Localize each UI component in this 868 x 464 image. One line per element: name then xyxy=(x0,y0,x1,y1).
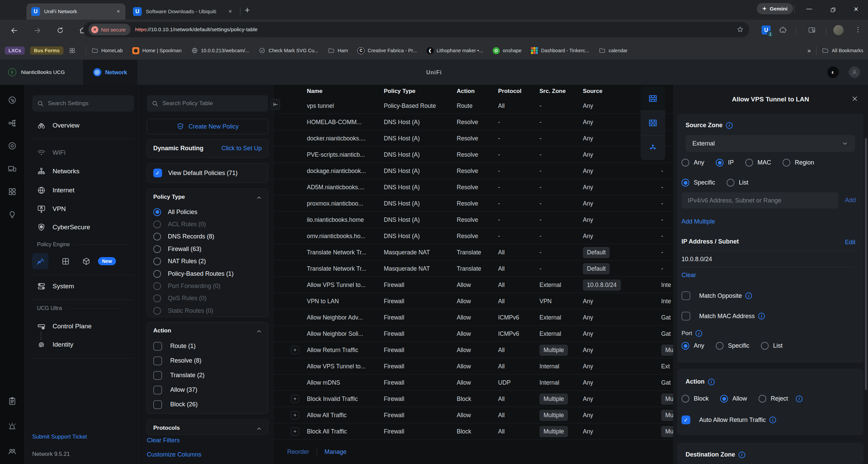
radio-option-reject[interactable]: Rejecti xyxy=(758,395,803,403)
radio-button[interactable] xyxy=(153,307,161,315)
match-opposite-row[interactable]: Match Oppositei xyxy=(682,291,752,300)
org-selector[interactable]: NianticBooks UCG xyxy=(8,60,65,85)
radio-button[interactable] xyxy=(153,208,161,216)
checkbox[interactable] xyxy=(153,400,162,409)
browser-menu-icon[interactable]: ⋮ xyxy=(855,25,861,33)
action-filter-option[interactable]: Route (1) xyxy=(147,339,268,353)
policy-type-option[interactable]: DNS Records (8) xyxy=(147,231,268,243)
radio-button[interactable] xyxy=(153,245,161,253)
expand-row-button[interactable]: + xyxy=(291,346,299,354)
theme-toggle-icon[interactable]: ◐ xyxy=(827,66,839,78)
policy-engine-wand-tab[interactable] xyxy=(32,253,48,269)
radio-button[interactable] xyxy=(682,395,689,403)
bookmark-item[interactable]: CCreative Fabrica - Pr... xyxy=(357,47,417,54)
bookmark-item[interactable]: onshape xyxy=(493,47,522,54)
radio-button[interactable] xyxy=(682,159,689,167)
source-zone-dropdown[interactable]: External xyxy=(686,135,855,152)
bookmark-item[interactable]: Dashboard - Tinkerc... xyxy=(531,47,589,54)
auto-allow-checkbox[interactable]: ✓ xyxy=(682,415,690,424)
radio-button[interactable] xyxy=(153,233,161,240)
column-header[interactable]: Policy Type xyxy=(384,88,457,95)
forward-button[interactable] xyxy=(33,26,41,35)
rail-logs-icon[interactable] xyxy=(8,397,17,406)
checkbox[interactable] xyxy=(153,371,162,380)
radio-button[interactable] xyxy=(682,342,689,350)
rail-portal-icon[interactable] xyxy=(8,187,17,196)
close-icon[interactable] xyxy=(851,95,859,102)
match-opposite-checkbox[interactable] xyxy=(682,291,690,300)
sidebar-item-vpn[interactable]: VPN xyxy=(37,205,66,213)
view-toggle-routes-3[interactable] xyxy=(640,136,665,160)
sidebar-item-identity[interactable]: Identity xyxy=(37,340,73,349)
policy-type-option[interactable]: Policy-Based Routes (1) xyxy=(147,268,268,280)
manage-link[interactable]: Manage xyxy=(324,448,347,456)
bookmark-item[interactable]: calendar xyxy=(599,47,628,54)
all-bookmarks-button[interactable]: All Bookmarks xyxy=(822,47,863,54)
radio-option-any[interactable]: Any xyxy=(682,342,704,350)
radio-button[interactable] xyxy=(745,159,753,167)
bookmark-item[interactable]: 10.0.0.213/webcam/... xyxy=(191,47,250,54)
tab-close-icon[interactable]: × xyxy=(228,8,233,15)
rail-alerts-icon[interactable] xyxy=(8,422,17,431)
match-mac-checkbox[interactable] xyxy=(682,312,690,321)
rail-settings-icon[interactable] xyxy=(8,373,17,382)
sidebar-item-control-plane[interactable]: Control Plane xyxy=(37,322,92,331)
bookmark-item[interactable]: ❰Lithophane maker •... xyxy=(427,47,483,54)
action-filter-option[interactable]: Resolve (8) xyxy=(147,353,268,368)
radio-button[interactable] xyxy=(682,179,689,187)
sidebar-item-overview[interactable]: Overview xyxy=(37,121,79,130)
checkbox[interactable] xyxy=(153,386,162,394)
action-filter-option[interactable]: Translate (2) xyxy=(147,368,268,383)
submit-support-ticket-link[interactable]: Submit Support Ticket xyxy=(32,433,87,440)
view-toggle-firewall-2[interactable] xyxy=(640,111,665,135)
info-icon[interactable]: i xyxy=(726,122,733,129)
bookmark-item[interactable]: LXCs xyxy=(5,46,25,55)
not-secure-chip[interactable]: × Not secure xyxy=(88,24,131,35)
chevron-up-icon[interactable] xyxy=(256,194,262,201)
rail-insights-icon[interactable] xyxy=(8,210,17,219)
expand-row-button[interactable]: + xyxy=(291,395,299,403)
address-bar[interactable]: × Not secure https://10.0.10.1/network/d… xyxy=(83,22,749,37)
column-header[interactable]: Src. Zone xyxy=(539,88,583,95)
radio-button[interactable] xyxy=(783,159,790,167)
rail-dashboard-icon[interactable] xyxy=(8,96,17,105)
radio-button[interactable] xyxy=(758,395,766,403)
bookmark-item[interactable]: HomeLab xyxy=(92,47,123,54)
column-header[interactable]: Action xyxy=(457,88,498,95)
radio-option-specific[interactable]: Specific xyxy=(716,342,749,350)
sidebar-item-internet[interactable]: Internet xyxy=(37,186,74,195)
dynamic-routing-setup-link[interactable]: Click to Set Up xyxy=(221,145,262,152)
gemini-button[interactable]: ✦Gemini xyxy=(757,3,793,14)
info-icon[interactable]: i xyxy=(769,417,776,423)
column-header[interactable]: Protocol xyxy=(498,88,539,95)
info-icon[interactable]: i xyxy=(758,313,765,320)
expand-row-button[interactable]: + xyxy=(291,427,299,436)
match-mac-row[interactable]: Match MAC Addressi xyxy=(682,312,765,321)
policy-engine-grid-tab[interactable] xyxy=(61,257,70,266)
detail-panel-scrollbar[interactable] xyxy=(865,138,867,390)
create-new-policy-button[interactable]: Create New Policy xyxy=(147,119,268,134)
policy-type-option[interactable]: Port Forwarding (0) xyxy=(147,280,268,292)
bookmark-item[interactable]: Ham xyxy=(328,47,348,54)
ip-address-input[interactable]: IPv4/v6 Address, Subnet or Range xyxy=(682,192,838,209)
extensions-puzzle-icon[interactable] xyxy=(779,26,787,34)
window-minimize-button[interactable]: — xyxy=(806,5,812,12)
edit-link[interactable]: Edit xyxy=(845,239,855,246)
radio-button[interactable] xyxy=(153,282,161,290)
column-header[interactable]: Name xyxy=(307,88,384,95)
rail-devices-icon[interactable] xyxy=(8,141,17,151)
view-default-checkbox[interactable]: ✓ xyxy=(153,169,162,177)
radio-option-ip[interactable]: IP xyxy=(716,159,734,167)
bookmarks-overflow-chevron[interactable]: » xyxy=(807,47,811,54)
radio-button[interactable] xyxy=(716,159,724,167)
rail-admins-icon[interactable] xyxy=(8,447,17,456)
radio-option-region[interactable]: Region xyxy=(783,159,814,167)
radio-button[interactable] xyxy=(727,179,734,187)
settings-search-input[interactable]: Search Settings xyxy=(32,95,134,112)
radio-option-specific[interactable]: Specific xyxy=(682,179,715,187)
browser-tab-1[interactable]: UUniFi Network× xyxy=(26,3,125,20)
bookmark-item[interactable] xyxy=(69,47,76,54)
bookmark-star-icon[interactable] xyxy=(736,26,744,33)
radio-button[interactable] xyxy=(153,257,161,265)
bookmark-item[interactable]: Home | Spoolman xyxy=(132,47,182,54)
